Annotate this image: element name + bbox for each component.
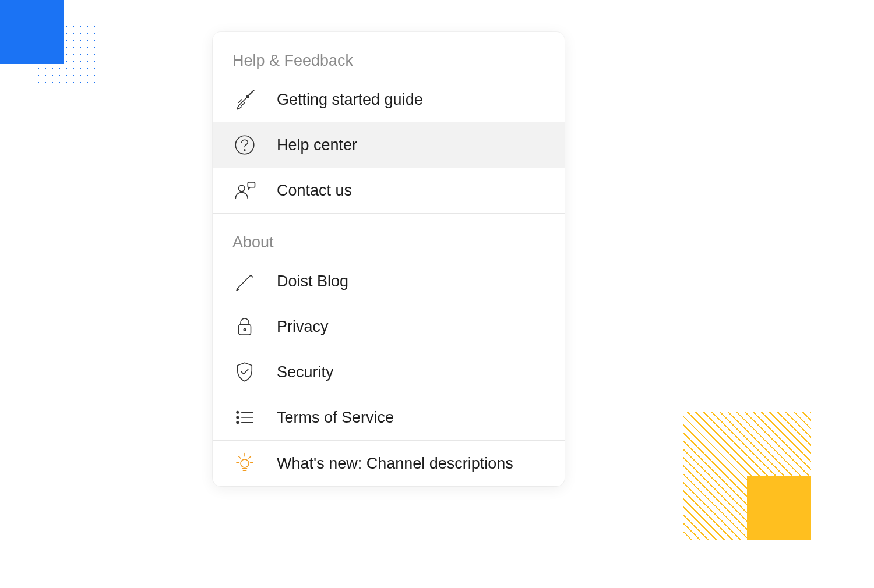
decorative-yellow-square: [747, 476, 811, 540]
menu-item-whats-new[interactable]: What's new: Channel descriptions: [213, 441, 565, 486]
decorative-dot-grid: [35, 23, 99, 87]
svg-point-2: [244, 150, 245, 151]
shield-check-icon: [232, 360, 257, 384]
svg-line-17: [239, 456, 241, 459]
section-title-about: About: [213, 214, 565, 258]
menu-item-help-center[interactable]: Help center: [213, 122, 565, 168]
svg-point-3: [239, 185, 245, 192]
svg-point-7: [237, 412, 239, 414]
menu-item-label: Help center: [277, 136, 357, 154]
menu-item-getting-started[interactable]: Getting started guide: [213, 77, 565, 122]
lock-icon: [232, 314, 257, 339]
pencil-icon: [232, 269, 257, 293]
svg-point-9: [237, 416, 239, 419]
menu-item-doist-blog[interactable]: Doist Blog: [213, 258, 565, 304]
list-icon: [232, 405, 257, 430]
svg-rect-5: [239, 325, 251, 335]
question-circle-icon: [232, 133, 257, 157]
svg-line-18: [249, 456, 251, 459]
rocket-icon: [232, 87, 257, 112]
menu-item-label: What's new: Channel descriptions: [277, 455, 513, 473]
menu-item-label: Security: [277, 363, 334, 381]
svg-point-1: [235, 136, 254, 154]
menu-item-security[interactable]: Security: [213, 349, 565, 395]
menu-item-privacy[interactable]: Privacy: [213, 304, 565, 349]
menu-item-label: Getting started guide: [277, 91, 423, 109]
person-chat-icon: [232, 178, 257, 203]
help-feedback-menu: Help & Feedback Getting started guide He…: [213, 32, 565, 486]
menu-item-label: Privacy: [277, 318, 329, 336]
menu-item-label: Contact us: [277, 182, 352, 200]
menu-item-terms[interactable]: Terms of Service: [213, 395, 565, 440]
menu-item-label: Terms of Service: [277, 409, 394, 427]
svg-point-6: [244, 329, 246, 331]
section-title-help: Help & Feedback: [213, 32, 565, 77]
menu-item-label: Doist Blog: [277, 272, 348, 291]
svg-point-13: [241, 459, 249, 467]
svg-point-11: [237, 421, 239, 424]
lightbulb-icon: [232, 451, 257, 476]
menu-item-contact-us[interactable]: Contact us: [213, 168, 565, 213]
svg-rect-4: [248, 182, 255, 187]
